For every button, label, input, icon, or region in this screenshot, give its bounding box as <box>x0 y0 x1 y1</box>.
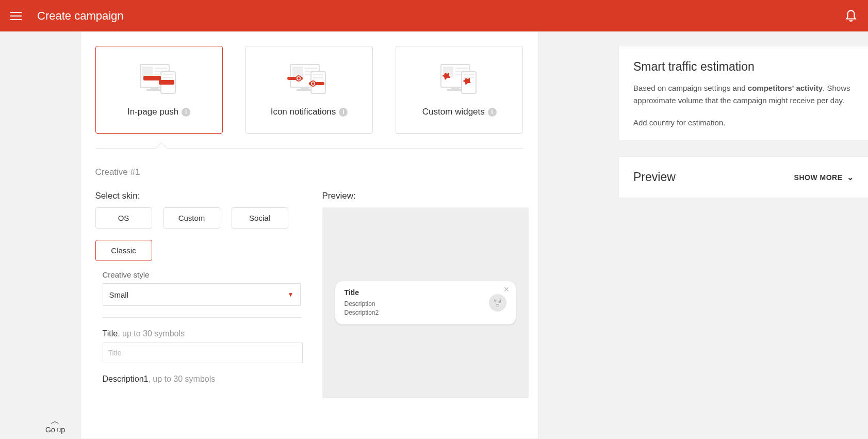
svg-rect-2 <box>155 68 167 69</box>
bell-icon[interactable] <box>844 7 858 25</box>
card-custom-widgets[interactable]: Custom widgets i <box>396 46 523 134</box>
main-panel: In-page push i <box>80 31 538 439</box>
svg-rect-5 <box>151 87 159 89</box>
creative-style-label: Creative style <box>103 270 302 279</box>
preview-title: Title <box>345 288 379 297</box>
info-icon[interactable]: i <box>488 108 497 117</box>
svg-rect-21 <box>313 77 323 78</box>
desc1-hint: , up to 30 symbols <box>148 375 215 383</box>
skin-custom-button[interactable]: Custom <box>163 207 220 229</box>
preview-card: ✕ Title Description Description2 Img ▭ <box>335 281 516 324</box>
go-up-label: Go up <box>45 426 65 434</box>
desc1-label-text: Description1 <box>103 375 149 383</box>
title-field-label: Title, up to 30 symbols <box>103 329 302 338</box>
go-up-button[interactable]: ︿ Go up <box>45 416 65 434</box>
card-inpage-push[interactable]: In-page push i <box>95 46 223 134</box>
skin-buttons: OS Custom Social Classic <box>95 207 302 261</box>
svg-rect-11 <box>159 80 174 85</box>
custom-widgets-illustration-icon <box>434 62 485 95</box>
title-hint: , up to 30 symbols <box>118 329 185 338</box>
estimation-title: Smart traffic estimation <box>633 60 854 74</box>
card-icon-notifications[interactable]: Icon notifications i <box>245 46 373 134</box>
svg-rect-14 <box>305 68 317 69</box>
svg-rect-36 <box>464 74 474 75</box>
preview-stage: ✕ Title Description Description2 Img ▭ <box>322 207 529 398</box>
title-label-text: Title <box>103 329 118 338</box>
svg-rect-10 <box>143 76 161 80</box>
preview-image-placeholder-icon: Img ▭ <box>489 294 506 312</box>
side-column: Smart traffic estimation Based on campai… <box>618 31 868 439</box>
est-text-bold: competitors' activity <box>748 84 823 92</box>
divider <box>103 317 302 318</box>
creative-style-select[interactable]: Small ▼ <box>103 283 301 306</box>
svg-rect-37 <box>464 77 474 78</box>
ad-type-cards: In-page push i <box>95 46 523 134</box>
svg-rect-20 <box>313 74 323 75</box>
chevron-down-icon: ▼ <box>288 291 294 298</box>
add-country-text: Add country for estimation. <box>633 118 854 127</box>
top-bar: Create campaign <box>0 0 868 31</box>
info-icon[interactable]: i <box>339 108 348 117</box>
preview-side-box: Preview SHOW MORE ⌄ <box>618 156 868 198</box>
preview-label: Preview: <box>322 191 529 201</box>
svg-rect-33 <box>451 87 460 89</box>
preview-column: Preview: ✕ Title Description Description… <box>322 191 529 398</box>
info-icon[interactable]: i <box>182 108 190 117</box>
svg-rect-1 <box>142 67 153 77</box>
icon-notifications-illustration-icon <box>283 62 335 95</box>
inpage-push-illustration-icon <box>133 62 185 95</box>
svg-rect-13 <box>292 67 303 77</box>
close-icon[interactable]: ✕ <box>503 285 510 294</box>
creative-heading: Creative #1 <box>95 167 523 177</box>
chevron-down-icon: ⌄ <box>847 172 854 182</box>
svg-rect-9 <box>163 77 173 78</box>
skin-os-button[interactable]: OS <box>95 207 152 229</box>
select-skin-label: Select skin: <box>95 191 302 201</box>
svg-rect-30 <box>455 68 468 69</box>
chevron-up-icon: ︿ <box>45 416 65 426</box>
svg-point-27 <box>312 83 315 85</box>
connector-arrow <box>155 142 167 154</box>
card-icon-label: Icon notifications <box>271 107 336 117</box>
side-preview-title: Preview <box>633 170 676 184</box>
creative-style-value: Small <box>109 290 129 299</box>
desc1-field-label: Description1, up to 30 symbols <box>103 375 302 384</box>
creative-form: Select skin: OS Custom Social Classic Cr… <box>95 191 302 398</box>
show-more-button[interactable]: SHOW MORE ⌄ <box>794 172 854 182</box>
preview-desc2: Description2 <box>345 308 379 317</box>
svg-point-24 <box>298 77 300 80</box>
preview-desc1: Description <box>345 300 379 308</box>
show-more-label: SHOW MORE <box>794 173 843 182</box>
skin-classic-button[interactable]: Classic <box>95 240 152 261</box>
skin-social-button[interactable]: Social <box>232 207 288 229</box>
preview-img-label: Img <box>494 298 501 303</box>
card-inpage-label: In-page push <box>127 107 178 117</box>
page-title: Create campaign <box>37 9 124 23</box>
est-text-pre: Based on campaign settings and <box>633 84 748 92</box>
traffic-estimation-box: Smart traffic estimation Based on campai… <box>618 46 868 141</box>
estimation-text: Based on campaign settings and competito… <box>633 82 854 107</box>
svg-rect-17 <box>301 87 309 89</box>
svg-rect-8 <box>163 74 173 75</box>
title-input[interactable] <box>103 343 303 363</box>
hamburger-icon[interactable] <box>10 12 22 20</box>
connector-line <box>95 148 523 149</box>
card-custom-label: Custom widgets <box>422 107 485 117</box>
